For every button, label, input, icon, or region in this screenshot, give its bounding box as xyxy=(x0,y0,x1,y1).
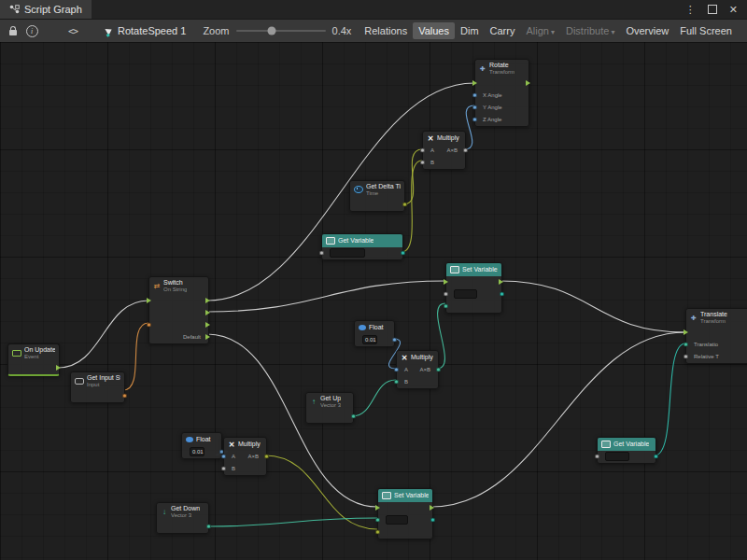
value-port[interactable] xyxy=(500,292,504,297)
value-port[interactable] xyxy=(394,368,399,372)
node-translate[interactable]: TranslateTransformTranslatioRelative T xyxy=(685,308,747,364)
flow-port[interactable] xyxy=(205,322,210,328)
graph-name-group[interactable]: RotateSpeed 1 xyxy=(106,25,186,36)
edge-set-variable-top-to-translate[interactable] xyxy=(500,281,685,332)
close-icon[interactable]: ✕ xyxy=(729,4,738,16)
toolbar-button-overview[interactable]: Overview xyxy=(620,22,674,39)
edge-update-to-switch[interactable] xyxy=(58,301,148,368)
port-row: 0.01 xyxy=(182,446,221,457)
maximize-icon[interactable] xyxy=(708,5,717,14)
node-get-input-string[interactable]: Get Input StrinInput xyxy=(70,371,125,403)
value-port[interactable] xyxy=(402,202,407,206)
flow-port[interactable] xyxy=(684,329,688,335)
flow-port[interactable] xyxy=(526,80,530,86)
node-multiply-low[interactable]: MultiplyAA×BB xyxy=(223,437,267,476)
graph-canvas[interactable]: On UpdateEventGet Input StrinInputSwitch… xyxy=(0,42,747,560)
value-port[interactable] xyxy=(147,322,151,327)
inline-field[interactable]: 0.01 xyxy=(362,335,377,344)
value-port[interactable] xyxy=(351,413,356,418)
flow-port[interactable] xyxy=(205,334,210,340)
value-port[interactable] xyxy=(595,455,599,459)
value-port[interactable] xyxy=(375,530,380,535)
flow-port[interactable] xyxy=(205,310,210,315)
value-port[interactable] xyxy=(684,342,688,346)
toolbar-button-align[interactable]: Align▾ xyxy=(520,22,559,39)
multiply-icon xyxy=(427,134,434,143)
toolbar-button-values[interactable]: Values xyxy=(413,22,455,39)
value-port[interactable] xyxy=(654,455,658,459)
value-port[interactable] xyxy=(319,251,324,256)
inline-field[interactable] xyxy=(386,515,408,525)
node-set-variable-bottom[interactable]: Set Variable xyxy=(377,488,433,539)
edge-get-down-to-set-variable-bottom[interactable] xyxy=(207,518,377,526)
flow-port[interactable] xyxy=(205,298,210,303)
value-port[interactable] xyxy=(463,148,468,153)
toolbar-button-dim[interactable]: Dim xyxy=(455,22,485,39)
node-get-delta-time[interactable]: Get Delta TimeTime xyxy=(349,180,405,212)
edit-graph-button[interactable]: <> xyxy=(63,22,82,39)
edge-input-string-to-switch[interactable] xyxy=(123,323,148,390)
value-port[interactable] xyxy=(430,518,435,523)
value-port[interactable] xyxy=(264,455,269,459)
node-switch-on-string[interactable]: SwitchOn StringDefault xyxy=(148,276,209,344)
toolbar-button-distribute[interactable]: Distribute▾ xyxy=(560,22,620,39)
edge-get-up-to-multiply-mid-b[interactable] xyxy=(352,380,396,416)
flow-port[interactable] xyxy=(499,279,503,285)
toolbar-button-full-screen[interactable]: Full Screen xyxy=(674,22,738,39)
value-port[interactable] xyxy=(420,148,425,153)
value-port[interactable] xyxy=(392,338,397,343)
inline-field[interactable] xyxy=(454,289,477,299)
node-float-low[interactable]: Float0.01 xyxy=(181,432,222,459)
node-multiply-mid[interactable]: MultiplyAA×BB xyxy=(396,350,439,389)
value-port[interactable] xyxy=(221,467,226,471)
edge-switch-to-rotate[interactable] xyxy=(207,83,474,301)
toolbar-button-relations[interactable]: Relations xyxy=(359,22,413,39)
edge-set-variable-bottom-to-translate[interactable] xyxy=(431,332,685,507)
inline-field[interactable]: 0.01 xyxy=(190,447,204,456)
value-port[interactable] xyxy=(401,251,405,256)
transform-icon xyxy=(479,64,486,73)
kebab-menu-icon[interactable]: ⋮ xyxy=(685,4,696,16)
inline-field[interactable] xyxy=(605,452,629,461)
node-get-variable-top[interactable]: Get Variable xyxy=(321,233,403,260)
flow-port[interactable] xyxy=(444,279,448,285)
zoom-slider-thumb[interactable] xyxy=(267,27,275,35)
value-port[interactable] xyxy=(221,455,226,459)
node-multiply-top[interactable]: MultiplyAA×BB xyxy=(422,131,466,170)
value-port[interactable] xyxy=(472,105,477,109)
tab-script-graph[interactable]: Script Graph xyxy=(0,0,92,19)
node-float-mid[interactable]: Float0.01 xyxy=(354,320,395,347)
edge-delta-time-to-multiply-a[interactable] xyxy=(403,149,422,204)
lock-button[interactable] xyxy=(4,22,22,39)
value-port[interactable] xyxy=(394,380,399,385)
node-rotate[interactable]: RotateTransformX AngleY AngleZ Angle xyxy=(474,59,529,127)
port-row xyxy=(378,502,432,513)
edge-get-variable-right-to-translate[interactable] xyxy=(655,343,685,455)
node-on-update[interactable]: On UpdateEvent xyxy=(7,343,60,376)
node-get-down[interactable]: Get DownVector 3 xyxy=(156,502,209,534)
value-port[interactable] xyxy=(444,292,448,297)
value-port[interactable] xyxy=(206,524,211,528)
value-port[interactable] xyxy=(122,393,127,398)
node-get-up[interactable]: Get UpVector 3 xyxy=(305,392,354,424)
flow-port[interactable] xyxy=(56,365,61,371)
value-port[interactable] xyxy=(375,518,380,523)
toolbar-button-carry[interactable]: Carry xyxy=(485,22,521,39)
value-port[interactable] xyxy=(444,304,448,309)
edge-switch-to-set-variable-top[interactable] xyxy=(207,281,445,312)
node-get-variable-right[interactable]: Get Variable xyxy=(597,437,656,464)
flow-port[interactable] xyxy=(472,80,477,86)
inline-field[interactable] xyxy=(330,248,365,258)
value-port[interactable] xyxy=(436,368,441,372)
value-port[interactable] xyxy=(420,161,425,165)
value-port[interactable] xyxy=(684,354,688,358)
flow-port[interactable] xyxy=(375,505,380,511)
info-button[interactable]: i xyxy=(22,22,41,39)
port-row xyxy=(446,276,501,287)
node-set-variable-top[interactable]: Set Variable xyxy=(445,262,502,314)
flow-port[interactable] xyxy=(430,505,434,511)
value-port[interactable] xyxy=(472,92,477,97)
zoom-slider[interactable] xyxy=(236,30,326,32)
value-port[interactable] xyxy=(472,117,477,121)
flow-port[interactable] xyxy=(147,298,151,303)
